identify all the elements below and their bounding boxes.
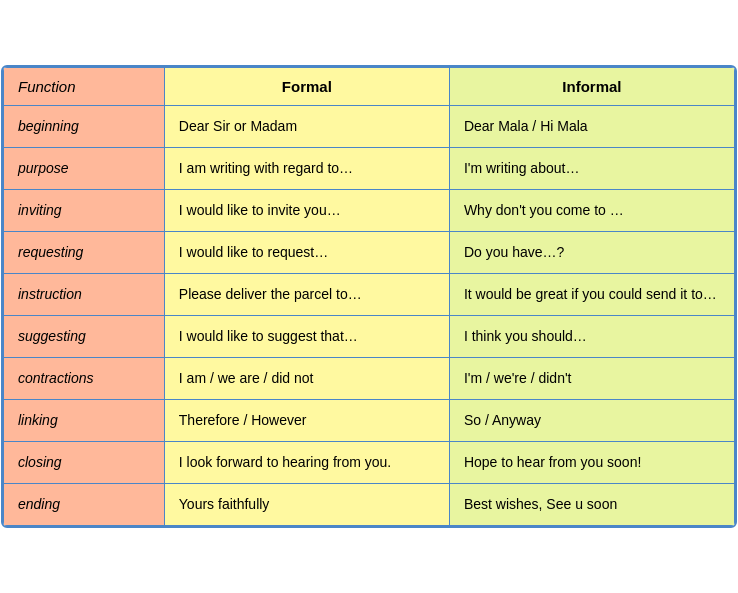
cell-formal-2: I would like to invite you… [164,190,449,232]
cell-formal-1: I am writing with regard to… [164,148,449,190]
cell-function-1: purpose [4,148,165,190]
table-row: suggestingI would like to suggest that…I… [4,316,735,358]
cell-informal-1: I'm writing about… [449,148,734,190]
header-formal: Formal [164,68,449,106]
cell-function-4: instruction [4,274,165,316]
cell-formal-9: Yours faithfully [164,484,449,526]
table-row: endingYours faithfullyBest wishes, See u… [4,484,735,526]
cell-informal-4: It would be great if you could send it t… [449,274,734,316]
cell-formal-7: Therefore / However [164,400,449,442]
cell-informal-7: So / Anyway [449,400,734,442]
cell-function-6: contractions [4,358,165,400]
main-table-wrapper: Function Formal Informal beginningDear S… [1,65,737,528]
cell-informal-8: Hope to hear from you soon! [449,442,734,484]
cell-formal-8: I look forward to hearing from you. [164,442,449,484]
cell-informal-0: Dear Mala / Hi Mala [449,106,734,148]
cell-formal-3: I would like to request… [164,232,449,274]
cell-informal-3: Do you have…? [449,232,734,274]
table-row: instructionPlease deliver the parcel to…… [4,274,735,316]
header-row: Function Formal Informal [4,68,735,106]
table-row: linkingTherefore / HoweverSo / Anyway [4,400,735,442]
language-table: Function Formal Informal beginningDear S… [3,67,735,526]
cell-formal-5: I would like to suggest that… [164,316,449,358]
header-informal: Informal [449,68,734,106]
cell-formal-6: I am / we are / did not [164,358,449,400]
cell-function-3: requesting [4,232,165,274]
cell-function-2: inviting [4,190,165,232]
cell-informal-9: Best wishes, See u soon [449,484,734,526]
table-row: beginningDear Sir or MadamDear Mala / Hi… [4,106,735,148]
table-row: invitingI would like to invite you…Why d… [4,190,735,232]
header-function: Function [4,68,165,106]
cell-function-0: beginning [4,106,165,148]
cell-formal-0: Dear Sir or Madam [164,106,449,148]
table-row: requestingI would like to request…Do you… [4,232,735,274]
table-row: closingI look forward to hearing from yo… [4,442,735,484]
cell-informal-5: I think you should… [449,316,734,358]
cell-function-5: suggesting [4,316,165,358]
table-row: contractionsI am / we are / did notI'm /… [4,358,735,400]
cell-function-8: closing [4,442,165,484]
table-row: purposeI am writing with regard to…I'm w… [4,148,735,190]
cell-formal-4: Please deliver the parcel to… [164,274,449,316]
cell-informal-6: I'm / we're / didn't [449,358,734,400]
cell-function-9: ending [4,484,165,526]
cell-informal-2: Why don't you come to … [449,190,734,232]
cell-function-7: linking [4,400,165,442]
